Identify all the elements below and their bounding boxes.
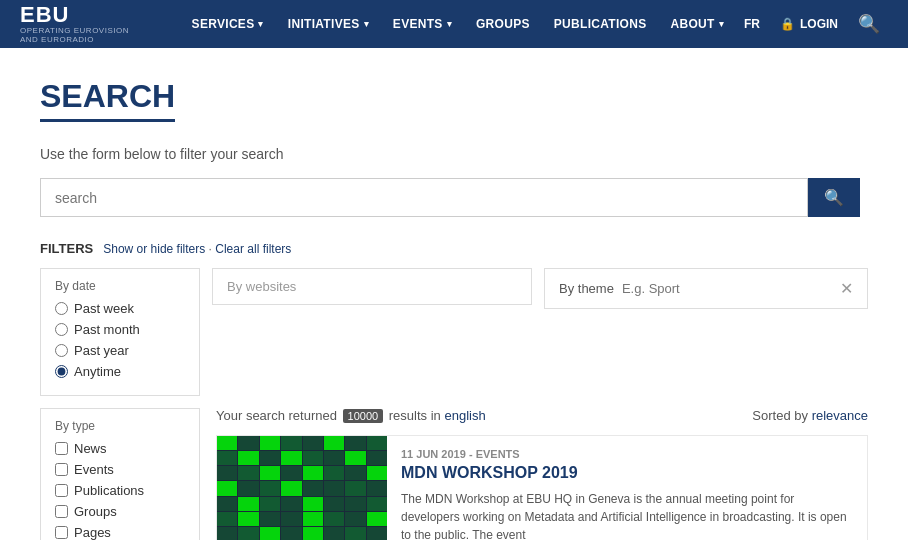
type-label-publications: Publications bbox=[74, 483, 144, 498]
type-label-pages: Pages bbox=[74, 525, 111, 540]
type-option-groups[interactable]: Groups bbox=[55, 504, 185, 519]
sorted-by-text: Sorted by relevance bbox=[752, 408, 868, 423]
result-card: 11 JUN 2019 - EVENTS MDN WORKSHOP 2019 T… bbox=[216, 435, 868, 540]
results-count-badge: 10000 bbox=[343, 409, 384, 423]
type-checkbox-pages[interactable] bbox=[55, 526, 68, 539]
filter-websites[interactable]: By websites bbox=[212, 268, 532, 305]
chevron-down-icon: ▾ bbox=[447, 19, 452, 29]
date-label-past-week: Past week bbox=[74, 301, 134, 316]
main-nav: EBU OPERATING EUROVISION AND EURORADIO S… bbox=[0, 0, 908, 48]
date-radio-past-year[interactable] bbox=[55, 344, 68, 357]
show-hide-filters-link[interactable]: Show or hide filters bbox=[103, 242, 205, 256]
logo[interactable]: EBU OPERATING EUROVISION AND EURORADIO bbox=[20, 4, 150, 44]
type-label-news: News bbox=[74, 441, 107, 456]
type-checkbox-publications[interactable] bbox=[55, 484, 68, 497]
search-button[interactable]: 🔍 bbox=[808, 178, 860, 217]
filter-separator: · bbox=[209, 242, 212, 256]
results-area: Your search returned 10000 results in en… bbox=[216, 408, 868, 540]
date-option-past-year[interactable]: Past year bbox=[55, 343, 185, 358]
page-title: SEARCH bbox=[40, 78, 175, 122]
filter-date-title: By date bbox=[55, 279, 185, 293]
filter-websites-placeholder: By websites bbox=[227, 279, 296, 294]
nav-item-publications[interactable]: PUBLICATIONS bbox=[542, 0, 659, 48]
type-checkbox-news[interactable] bbox=[55, 442, 68, 455]
filter-theme: By theme ✕ bbox=[544, 268, 868, 309]
filters-links: Show or hide filters · Clear all filters bbox=[103, 242, 291, 256]
main-content: SEARCH Use the form below to filter your… bbox=[0, 48, 908, 540]
filter-type-title: By type bbox=[55, 419, 185, 433]
type-option-pages[interactable]: Pages bbox=[55, 525, 185, 540]
filter-type: By type News Events Publications Groups … bbox=[40, 408, 200, 540]
nav-links: SERVICES ▾ INITIATIVES ▾ EVENTS ▾ GROUPS… bbox=[180, 0, 736, 48]
results-summary: Your search returned 10000 results in en… bbox=[216, 408, 868, 423]
nav-search-icon[interactable]: 🔍 bbox=[850, 13, 888, 35]
filter-theme-input[interactable] bbox=[622, 281, 832, 296]
nav-item-services[interactable]: SERVICES ▾ bbox=[180, 0, 276, 48]
date-label-anytime: Anytime bbox=[74, 364, 121, 379]
chevron-down-icon: ▾ bbox=[258, 19, 263, 29]
lock-icon: 🔒 bbox=[780, 17, 795, 31]
type-label-groups: Groups bbox=[74, 504, 117, 519]
type-option-publications[interactable]: Publications bbox=[55, 483, 185, 498]
result-meta-1: 11 JUN 2019 - EVENTS bbox=[401, 448, 855, 460]
result-title-1[interactable]: MDN WORKSHOP 2019 bbox=[401, 464, 855, 482]
result-image-1 bbox=[217, 436, 387, 540]
chevron-down-icon: ▾ bbox=[364, 19, 369, 29]
filters-label: FILTERS bbox=[40, 241, 93, 256]
results-summary-text: Your search returned 10000 results in en… bbox=[216, 408, 486, 423]
clear-theme-icon[interactable]: ✕ bbox=[840, 279, 853, 298]
nav-item-initiatives[interactable]: INITIATIVES ▾ bbox=[276, 0, 381, 48]
nav-item-events[interactable]: EVENTS ▾ bbox=[381, 0, 464, 48]
type-checkbox-groups[interactable] bbox=[55, 505, 68, 518]
date-radio-past-month[interactable] bbox=[55, 323, 68, 336]
clear-all-filters-link[interactable]: Clear all filters bbox=[215, 242, 291, 256]
results-lang-link[interactable]: english bbox=[444, 408, 485, 423]
content-area: By type News Events Publications Groups … bbox=[40, 408, 868, 540]
result-content-1: 11 JUN 2019 - EVENTS MDN WORKSHOP 2019 T… bbox=[401, 436, 867, 540]
search-icon: 🔍 bbox=[824, 188, 844, 207]
nav-item-groups[interactable]: GROUPS bbox=[464, 0, 542, 48]
filters-row: By date Past week Past month Past year A… bbox=[40, 268, 868, 396]
matrix-grid bbox=[217, 436, 387, 540]
date-label-past-year: Past year bbox=[74, 343, 129, 358]
nav-fr-button[interactable]: FR bbox=[736, 17, 768, 31]
result-thumb-1 bbox=[217, 436, 387, 540]
filter-theme-label: By theme bbox=[559, 281, 614, 296]
type-option-events[interactable]: Events bbox=[55, 462, 185, 477]
date-option-past-week[interactable]: Past week bbox=[55, 301, 185, 316]
type-checkbox-events[interactable] bbox=[55, 463, 68, 476]
date-option-anytime[interactable]: Anytime bbox=[55, 364, 185, 379]
search-description: Use the form below to filter your search bbox=[40, 146, 868, 162]
date-radio-anytime[interactable] bbox=[55, 365, 68, 378]
search-bar: 🔍 bbox=[40, 178, 860, 217]
filter-date: By date Past week Past month Past year A… bbox=[40, 268, 200, 396]
logo-ebu-text: EBU bbox=[20, 4, 150, 26]
nav-right: FR 🔒 LOGIN 🔍 bbox=[736, 13, 888, 35]
nav-item-about[interactable]: ABOUT ▾ bbox=[659, 0, 736, 48]
search-input[interactable] bbox=[40, 178, 808, 217]
filters-header: FILTERS Show or hide filters · Clear all… bbox=[40, 241, 868, 256]
nav-login-button[interactable]: 🔒 LOGIN bbox=[772, 17, 846, 31]
sorted-by-link[interactable]: relevance bbox=[812, 408, 868, 423]
result-desc-1: The MDN Workshop at EBU HQ in Geneva is … bbox=[401, 490, 855, 540]
chevron-down-icon: ▾ bbox=[719, 19, 724, 29]
date-radio-past-week[interactable] bbox=[55, 302, 68, 315]
type-option-news[interactable]: News bbox=[55, 441, 185, 456]
logo-sub-text: OPERATING EUROVISION AND EURORADIO bbox=[20, 26, 150, 44]
date-label-past-month: Past month bbox=[74, 322, 140, 337]
type-label-events: Events bbox=[74, 462, 114, 477]
date-option-past-month[interactable]: Past month bbox=[55, 322, 185, 337]
